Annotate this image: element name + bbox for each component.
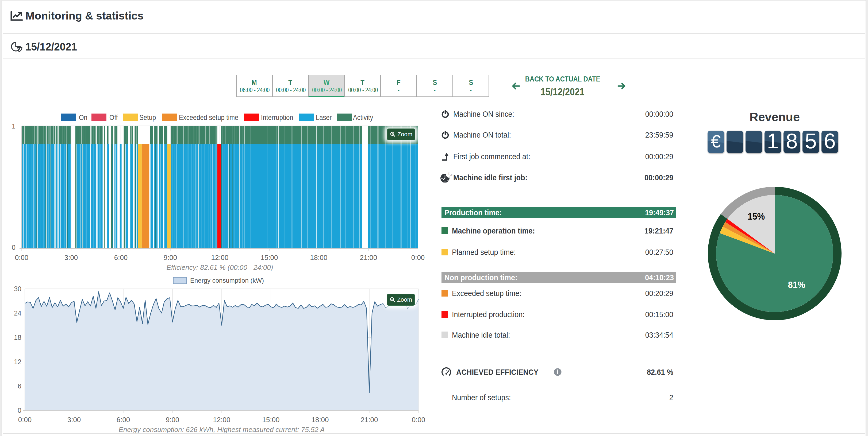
svg-text:z: z bbox=[451, 173, 453, 177]
